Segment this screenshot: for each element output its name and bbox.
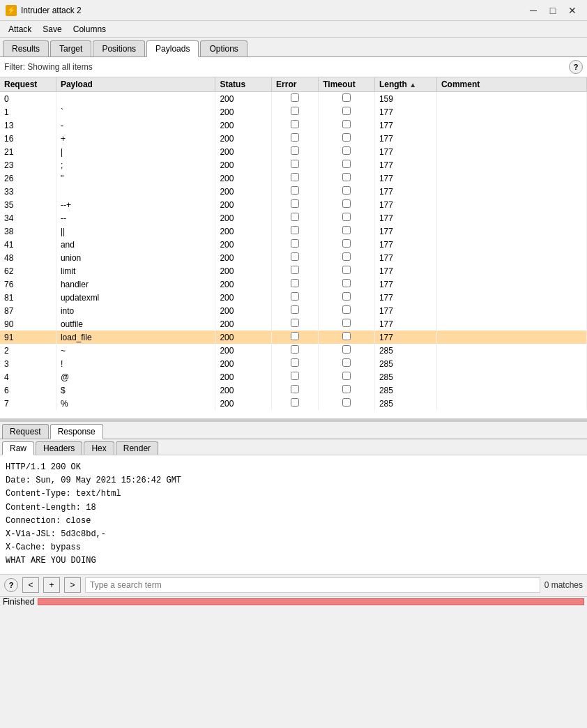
error-checkbox[interactable] — [291, 292, 299, 301]
table-row[interactable]: 91load_file200177 — [0, 331, 587, 344]
error-checkbox[interactable] — [291, 173, 299, 181]
menu-save[interactable]: Save — [37, 22, 67, 37]
timeout-checkbox[interactable] — [342, 292, 351, 301]
timeout-checkbox[interactable] — [342, 372, 351, 380]
table-row[interactable]: 23;200177 — [0, 158, 587, 172]
error-checkbox[interactable] — [291, 266, 299, 274]
table-row[interactable]: 87into200177 — [0, 304, 587, 317]
col-payload[interactable]: Payload — [56, 77, 215, 92]
status-help-button[interactable]: ? — [4, 578, 18, 592]
table-row[interactable]: 3!200285 — [0, 357, 587, 370]
error-checkbox[interactable] — [291, 319, 299, 327]
error-checkbox[interactable] — [291, 279, 299, 287]
nav-next-button[interactable]: > — [64, 577, 81, 593]
col-comment[interactable]: Comment — [436, 77, 586, 92]
table-row[interactable]: 26"200177 — [0, 172, 587, 185]
error-checkbox[interactable] — [291, 358, 299, 367]
timeout-checkbox[interactable] — [342, 173, 351, 181]
table-row[interactable]: 4@200285 — [0, 370, 587, 384]
table-row[interactable]: 33200177 — [0, 185, 587, 198]
tab-options[interactable]: Options — [200, 40, 247, 56]
timeout-checkbox[interactable] — [342, 186, 351, 195]
error-checkbox[interactable] — [291, 213, 299, 221]
timeout-checkbox[interactable] — [342, 279, 351, 287]
error-checkbox[interactable] — [291, 398, 299, 407]
close-button[interactable]: ✕ — [563, 3, 581, 17]
error-checkbox[interactable] — [291, 146, 299, 155]
table-row[interactable]: 81updatexml200177 — [0, 291, 587, 304]
table-row[interactable]: 7%200285 — [0, 397, 587, 410]
maximize-button[interactable]: □ — [544, 3, 562, 17]
error-checkbox[interactable] — [291, 332, 299, 340]
tab-payloads[interactable]: Payloads — [146, 40, 199, 57]
timeout-checkbox[interactable] — [342, 133, 351, 142]
error-checkbox[interactable] — [291, 252, 299, 261]
table-row[interactable]: 48union200177 — [0, 251, 587, 264]
error-checkbox[interactable] — [291, 133, 299, 142]
timeout-checkbox[interactable] — [342, 213, 351, 221]
timeout-checkbox[interactable] — [342, 199, 351, 208]
search-input[interactable] — [85, 577, 540, 593]
tab-results[interactable]: Results — [3, 40, 49, 56]
menu-attack[interactable]: Attack — [3, 22, 37, 37]
table-row[interactable]: 41and200177 — [0, 238, 587, 251]
error-checkbox[interactable] — [291, 385, 299, 393]
table-row[interactable]: 1`200177 — [0, 105, 587, 119]
error-checkbox[interactable] — [291, 239, 299, 248]
timeout-checkbox[interactable] — [342, 146, 351, 155]
timeout-checkbox[interactable] — [342, 107, 351, 115]
table-row[interactable]: 38||200177 — [0, 225, 587, 238]
table-row[interactable]: 16+200177 — [0, 132, 587, 145]
table-row[interactable]: 0200159 — [0, 92, 587, 106]
nav-up-button[interactable]: + — [43, 577, 60, 593]
sub-tab-raw[interactable]: Raw — [2, 441, 34, 455]
tab-response[interactable]: Response — [50, 424, 103, 439]
sub-tab-hex[interactable]: Hex — [84, 441, 114, 455]
error-checkbox[interactable] — [291, 345, 299, 354]
table-row[interactable]: 90outfile200177 — [0, 317, 587, 331]
table-row[interactable]: 76handler200177 — [0, 278, 587, 291]
nav-prev-button[interactable]: < — [22, 577, 39, 593]
tab-target[interactable]: Target — [50, 40, 91, 56]
timeout-checkbox[interactable] — [342, 345, 351, 354]
table-row[interactable]: 35--+200177 — [0, 198, 587, 211]
timeout-checkbox[interactable] — [342, 120, 351, 128]
timeout-checkbox[interactable] — [342, 305, 351, 314]
error-checkbox[interactable] — [291, 93, 299, 102]
timeout-checkbox[interactable] — [342, 358, 351, 367]
timeout-checkbox[interactable] — [342, 252, 351, 261]
table-row[interactable]: 6$200285 — [0, 384, 587, 397]
sub-tab-headers[interactable]: Headers — [36, 441, 82, 455]
error-checkbox[interactable] — [291, 305, 299, 314]
timeout-checkbox[interactable] — [342, 319, 351, 327]
table-row[interactable]: 34--200177 — [0, 211, 587, 225]
col-request[interactable]: Request — [0, 77, 56, 92]
timeout-checkbox[interactable] — [342, 160, 351, 168]
error-checkbox[interactable] — [291, 226, 299, 234]
timeout-checkbox[interactable] — [342, 226, 351, 234]
menu-columns[interactable]: Columns — [68, 22, 112, 37]
timeout-checkbox[interactable] — [342, 398, 351, 407]
tab-request[interactable]: Request — [2, 424, 49, 439]
col-error[interactable]: Error — [272, 77, 319, 92]
error-checkbox[interactable] — [291, 160, 299, 168]
timeout-checkbox[interactable] — [342, 239, 351, 248]
error-checkbox[interactable] — [291, 186, 299, 195]
timeout-checkbox[interactable] — [342, 266, 351, 274]
timeout-checkbox[interactable] — [342, 332, 351, 340]
sub-tab-render[interactable]: Render — [116, 441, 158, 455]
col-length[interactable]: Length ▲ — [374, 77, 436, 92]
table-row[interactable]: 21|200177 — [0, 145, 587, 158]
filter-help-button[interactable]: ? — [569, 60, 583, 74]
timeout-checkbox[interactable] — [342, 93, 351, 102]
col-status[interactable]: Status — [215, 77, 272, 92]
tab-positions[interactable]: Positions — [93, 40, 145, 56]
error-checkbox[interactable] — [291, 120, 299, 128]
minimize-button[interactable]: ─ — [524, 3, 542, 17]
timeout-checkbox[interactable] — [342, 385, 351, 393]
error-checkbox[interactable] — [291, 372, 299, 380]
table-row[interactable]: 13-200177 — [0, 119, 587, 132]
table-row[interactable]: 2~200285 — [0, 344, 587, 357]
error-checkbox[interactable] — [291, 107, 299, 115]
error-checkbox[interactable] — [291, 199, 299, 208]
